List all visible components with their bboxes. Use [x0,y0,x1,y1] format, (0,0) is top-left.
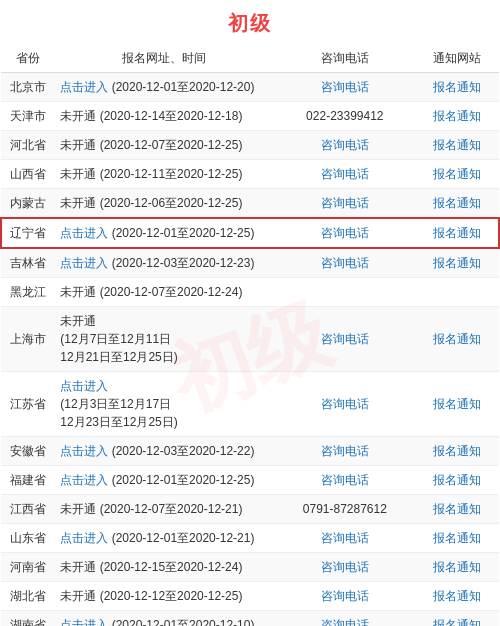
notice-cell: 报名通知 [416,218,499,248]
register-link[interactable]: 点击进入 [60,531,108,545]
register-link[interactable]: 未开通 [60,589,96,603]
province-cell: 上海市 [1,307,54,372]
main-table: 省份 报名网址、时间 咨询电话 通知网站 北京市点击进入 (2020-12-01… [0,45,500,626]
phone-link[interactable]: 咨询电话 [321,444,369,458]
notice-cell: 报名通知 [416,553,499,582]
table-row: 福建省点击进入 (2020-12-01至2020-12-25)咨询电话报名通知 [1,466,499,495]
notice-link[interactable]: 报名通知 [433,473,481,487]
phone-link[interactable]: 咨询电话 [321,138,369,152]
register-time: (2020-12-01至2020-12-25) [108,473,254,487]
phone-link[interactable]: 咨询电话 [321,226,369,240]
province-cell: 黑龙江 [1,278,54,307]
province-cell: 山东省 [1,524,54,553]
table-row: 江苏省点击进入(12月3日至12月17日12月23日至12月25日)咨询电话报名… [1,372,499,437]
register-cell: 未开通 (2020-12-07至2020-12-25) [54,131,273,160]
register-cell: 未开通(12月7日至12月11日12月21日至12月25日) [54,307,273,372]
register-cell: 未开通 (2020-12-07至2020-12-21) [54,495,273,524]
notice-cell: 报名通知 [416,466,499,495]
register-cell: 未开通 (2020-12-15至2020-12-24) [54,553,273,582]
notice-cell: 报名通知 [416,189,499,219]
table-row: 吉林省点击进入 (2020-12-03至2020-12-23)咨询电话报名通知 [1,248,499,278]
register-link[interactable]: 点击进入 [60,618,108,626]
phone-link[interactable]: 咨询电话 [321,332,369,346]
phone-cell: 咨询电话 [274,73,416,102]
phone-cell: 咨询电话 [274,524,416,553]
register-link[interactable]: 点击进入 [60,473,108,487]
notice-link[interactable]: 报名通知 [433,256,481,270]
phone-cell: 咨询电话 [274,160,416,189]
register-link[interactable]: 未开通 [60,502,96,516]
phone-cell: 0791-87287612 [274,495,416,524]
register-time: (2020-12-07至2020-12-25) [96,138,242,152]
phone-cell: 咨询电话 [274,611,416,627]
phone-cell: 咨询电话 [274,372,416,437]
province-cell: 内蒙古 [1,189,54,219]
register-link[interactable]: 点击进入 [60,226,108,240]
phone-cell: 咨询电话 [274,553,416,582]
notice-link[interactable]: 报名通知 [433,226,481,240]
province-cell: 湖南省 [1,611,54,627]
table-row: 内蒙古未开通 (2020-12-06至2020-12-25)咨询电话报名通知 [1,189,499,219]
province-cell: 辽宁省 [1,218,54,248]
register-cell: 点击进入 (2020-12-01至2020-12-25) [54,218,273,248]
register-link[interactable]: 未开通 [60,196,96,210]
phone-link[interactable]: 咨询电话 [321,473,369,487]
register-link[interactable]: 未开通 [60,109,96,123]
phone-link[interactable]: 咨询电话 [321,196,369,210]
register-link[interactable]: 未开通 [60,314,96,328]
register-link[interactable]: 点击进入 [60,80,108,94]
notice-link[interactable]: 报名通知 [433,167,481,181]
register-time: (12月7日至12月11日 [60,332,171,346]
notice-link[interactable]: 报名通知 [433,531,481,545]
notice-link[interactable]: 报名通知 [433,444,481,458]
register-link[interactable]: 未开通 [60,560,96,574]
register-link[interactable]: 未开通 [60,285,96,299]
register-link[interactable]: 点击进入 [60,256,108,270]
province-cell: 福建省 [1,466,54,495]
phone-link[interactable]: 咨询电话 [321,618,369,626]
register-link[interactable]: 点击进入 [60,379,108,393]
header-phone: 咨询电话 [274,45,416,73]
header-register: 报名网址、时间 [54,45,273,73]
register-link[interactable]: 未开通 [60,138,96,152]
phone-link[interactable]: 咨询电话 [321,167,369,181]
register-link[interactable]: 点击进入 [60,444,108,458]
register-cell: 点击进入 (2020-12-01至2020-12-20) [54,73,273,102]
register-cell: 点击进入 (2020-12-01至2020-12-21) [54,524,273,553]
notice-link[interactable]: 报名通知 [433,196,481,210]
table-row: 河南省未开通 (2020-12-15至2020-12-24)咨询电话报名通知 [1,553,499,582]
table-row: 山东省点击进入 (2020-12-01至2020-12-21)咨询电话报名通知 [1,524,499,553]
notice-link[interactable]: 报名通知 [433,397,481,411]
notice-cell: 报名通知 [416,131,499,160]
notice-cell: 报名通知 [416,248,499,278]
register-time: (2020-12-11至2020-12-25) [96,167,242,181]
notice-link[interactable]: 报名通知 [433,618,481,626]
register-time: (2020-12-01至2020-12-20) [108,80,254,94]
notice-link[interactable]: 报名通知 [433,109,481,123]
notice-link[interactable]: 报名通知 [433,560,481,574]
register-time: (2020-12-01至2020-12-25) [108,226,254,240]
notice-link[interactable]: 报名通知 [433,138,481,152]
phone-cell: 022-23399412 [274,102,416,131]
register-time: (2020-12-01至2020-12-10) [108,618,254,626]
province-cell: 北京市 [1,73,54,102]
notice-link[interactable]: 报名通知 [433,502,481,516]
notice-cell: 报名通知 [416,160,499,189]
phone-link[interactable]: 咨询电话 [321,256,369,270]
province-cell: 天津市 [1,102,54,131]
register-time: (2020-12-06至2020-12-25) [96,196,242,210]
notice-cell [416,278,499,307]
phone-link[interactable]: 咨询电话 [321,397,369,411]
register-link[interactable]: 未开通 [60,167,96,181]
phone-link[interactable]: 咨询电话 [321,80,369,94]
notice-link[interactable]: 报名通知 [433,589,481,603]
notice-link[interactable]: 报名通知 [433,332,481,346]
phone-link[interactable]: 咨询电话 [321,531,369,545]
phone-link[interactable]: 咨询电话 [321,589,369,603]
register-cell: 点击进入 (2020-12-03至2020-12-22) [54,437,273,466]
phone-link[interactable]: 咨询电话 [321,560,369,574]
phone-cell: 咨询电话 [274,307,416,372]
register-cell: 点击进入 (2020-12-03至2020-12-23) [54,248,273,278]
register-time: (2020-12-15至2020-12-24) [96,560,242,574]
notice-link[interactable]: 报名通知 [433,80,481,94]
